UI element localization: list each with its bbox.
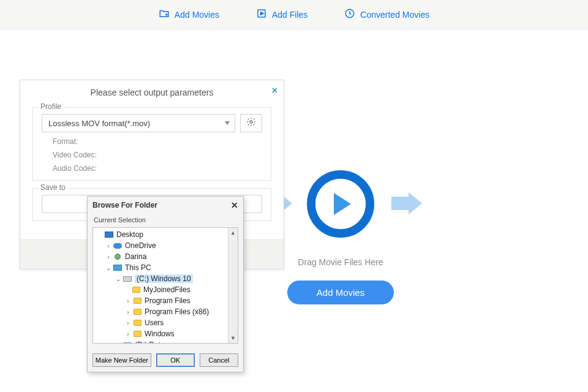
tree-node-user[interactable]: ›Darina xyxy=(93,251,238,262)
format-label: Format: xyxy=(53,137,262,146)
toolbar-converted-label: Converted Movies xyxy=(360,10,429,20)
play-icon xyxy=(334,193,351,215)
tree-node-onedrive[interactable]: ›OneDrive xyxy=(93,240,238,251)
drop-hint: Drag Movie Files Here xyxy=(298,257,383,267)
browse-close-button[interactable]: ✕ xyxy=(231,200,238,210)
ok-button[interactable]: OK xyxy=(156,353,195,367)
expand-icon[interactable]: › xyxy=(124,320,132,326)
svg-point-2 xyxy=(250,121,252,123)
tree-node-d-drive[interactable]: ›(D:) Data xyxy=(93,339,238,344)
toolbar-add-movies-label: Add Movies xyxy=(175,10,219,20)
folder-icon xyxy=(134,320,141,326)
tree-node-desktop[interactable]: Desktop xyxy=(93,229,238,240)
add-movies-button[interactable]: Add Movies xyxy=(287,281,394,304)
clock-icon xyxy=(344,8,355,21)
tree-node-progfiles86[interactable]: ›Program Files (x86) xyxy=(93,306,238,317)
dialog-title: Please select output parameters xyxy=(91,88,214,97)
pc-icon xyxy=(113,265,122,271)
browse-title: Browse For Folder xyxy=(92,201,157,209)
arrow-right-icon xyxy=(391,192,423,214)
top-toolbar: Add Movies Add Files Converted Movies xyxy=(0,0,588,29)
file-play-icon xyxy=(256,8,267,21)
collapse-icon[interactable]: ⌄ xyxy=(104,265,113,271)
expand-icon[interactable]: › xyxy=(124,309,132,315)
tree-node-windows[interactable]: ›Windows xyxy=(93,328,238,339)
expand-icon[interactable]: › xyxy=(114,342,123,344)
profile-legend: Profile xyxy=(38,102,64,111)
profile-select[interactable]: Lossless MOV format(*.mov) xyxy=(42,114,235,132)
cancel-button[interactable]: Cancel xyxy=(200,353,238,367)
browse-subtitle: Current Selection xyxy=(88,214,243,227)
tree-node-users[interactable]: ›Users xyxy=(93,317,238,328)
drive-icon xyxy=(123,342,132,344)
expand-icon[interactable]: › xyxy=(124,331,132,337)
toolbar-converted[interactable]: Converted Movies xyxy=(344,8,429,21)
toolbar-add-movies[interactable]: Add Movies xyxy=(159,8,219,21)
profile-settings-button[interactable] xyxy=(240,114,262,132)
expand-icon[interactable]: › xyxy=(104,243,113,249)
tree-node-c-drive[interactable]: ⌄(C:) Windows 10 xyxy=(93,273,238,284)
desktop-icon xyxy=(105,232,113,238)
cloud-icon xyxy=(113,243,122,249)
folder-icon xyxy=(134,331,141,337)
folder-tree: Desktop ›OneDrive ›Darina ⌄This PC ⌄(C:)… xyxy=(92,227,238,344)
audio-codec-label: Audio Codec: xyxy=(53,164,262,173)
collapse-icon[interactable]: ⌄ xyxy=(114,276,123,282)
tree-node-progfiles[interactable]: ›Program Files xyxy=(93,295,238,306)
gear-icon xyxy=(246,117,256,129)
save-to-legend: Save to xyxy=(38,183,68,192)
dialog-close-button[interactable]: × xyxy=(272,85,277,96)
toolbar-add-files-label: Add Files xyxy=(272,10,307,20)
video-codec-label: Video Codec: xyxy=(53,151,262,159)
toolbar-add-files[interactable]: Add Files xyxy=(256,8,307,21)
folder-icon xyxy=(134,298,141,304)
browse-footer: Make New Folder OK Cancel xyxy=(88,349,243,372)
expand-icon[interactable]: › xyxy=(104,254,113,260)
chevron-down-icon xyxy=(225,121,230,125)
tree-scrollbar[interactable]: ▲ ▼ xyxy=(228,228,238,343)
app-logo xyxy=(307,170,374,238)
folder-icon xyxy=(134,309,141,315)
browse-folder-dialog: Browse For Folder ✕ Current Selection De… xyxy=(87,196,244,372)
user-icon xyxy=(115,254,121,260)
tree-node-this-pc[interactable]: ⌄This PC xyxy=(93,262,238,273)
profile-select-value: Lossless MOV format(*.mov) xyxy=(48,119,150,128)
scroll-up-icon[interactable]: ▲ xyxy=(228,228,238,238)
tree-node-myjoined[interactable]: MyJoinedFiles xyxy=(93,284,238,295)
folder-plus-icon xyxy=(159,8,170,21)
drop-zone[interactable]: Drag Movie Files Here Add Movies xyxy=(267,170,414,304)
folder-icon xyxy=(132,287,140,293)
make-new-folder-button[interactable]: Make New Folder xyxy=(92,353,151,367)
dialog-header: Please select output parameters × xyxy=(20,80,284,104)
profile-fieldset: Profile Lossless MOV format(*.mov) Forma… xyxy=(32,107,271,181)
scroll-down-icon[interactable]: ▼ xyxy=(228,333,238,343)
browse-header: Browse For Folder ✕ xyxy=(88,197,243,214)
expand-icon[interactable]: › xyxy=(124,298,132,304)
drive-icon xyxy=(123,276,132,282)
